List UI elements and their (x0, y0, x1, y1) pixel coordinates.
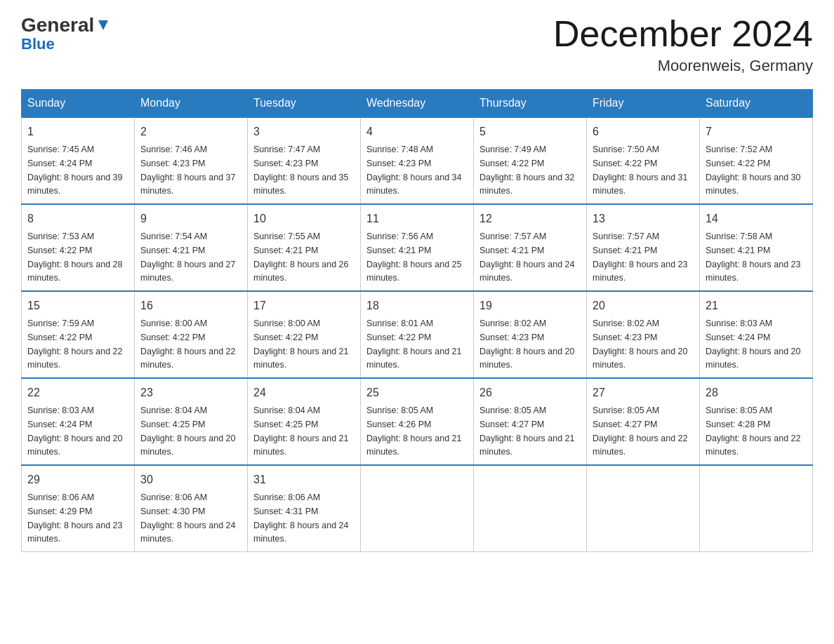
calendar-cell: 1 Sunrise: 7:45 AMSunset: 4:24 PMDayligh… (22, 117, 135, 204)
day-info: Sunrise: 8:03 AMSunset: 4:24 PMDaylight:… (27, 405, 123, 457)
day-info: Sunrise: 7:55 AMSunset: 4:21 PMDaylight:… (253, 232, 349, 283)
calendar-cell (700, 465, 813, 552)
calendar-cell: 26 Sunrise: 8:05 AMSunset: 4:27 PMDaylig… (474, 378, 587, 465)
day-number: 10 (253, 210, 355, 227)
day-number: 24 (253, 384, 355, 401)
day-info: Sunrise: 7:57 AMSunset: 4:21 PMDaylight:… (593, 232, 688, 283)
calendar-cell: 19 Sunrise: 8:02 AMSunset: 4:23 PMDaylig… (474, 291, 587, 378)
day-info: Sunrise: 8:00 AMSunset: 4:22 PMDaylight:… (253, 318, 349, 370)
day-number: 15 (27, 297, 128, 314)
week-row-2: 8 Sunrise: 7:53 AMSunset: 4:22 PMDayligh… (22, 204, 813, 291)
day-info: Sunrise: 7:57 AMSunset: 4:21 PMDaylight:… (479, 232, 575, 283)
day-info: Sunrise: 8:06 AMSunset: 4:31 PMDaylight:… (253, 492, 349, 544)
day-number: 21 (706, 297, 807, 314)
day-info: Sunrise: 8:05 AMSunset: 4:28 PMDaylight:… (706, 405, 801, 457)
calendar-cell: 21 Sunrise: 8:03 AMSunset: 4:24 PMDaylig… (700, 291, 813, 378)
calendar-table: SundayMondayTuesdayWednesdayThursdayFrid… (21, 89, 813, 552)
day-info: Sunrise: 7:45 AMSunset: 4:24 PMDaylight:… (27, 145, 123, 196)
day-info: Sunrise: 7:59 AMSunset: 4:22 PMDaylight:… (27, 318, 123, 370)
calendar-cell (587, 465, 700, 552)
svg-marker-0 (98, 20, 108, 30)
day-number: 27 (593, 384, 694, 401)
logo-general: General (21, 14, 94, 36)
day-number: 3 (253, 123, 355, 140)
calendar-cell: 28 Sunrise: 8:05 AMSunset: 4:28 PMDaylig… (700, 378, 813, 465)
day-info: Sunrise: 7:54 AMSunset: 4:21 PMDaylight:… (140, 232, 236, 283)
calendar-cell: 22 Sunrise: 8:03 AMSunset: 4:24 PMDaylig… (22, 378, 135, 465)
day-info: Sunrise: 8:00 AMSunset: 4:22 PMDaylight:… (140, 318, 236, 370)
day-info: Sunrise: 8:03 AMSunset: 4:24 PMDaylight:… (706, 318, 801, 370)
day-info: Sunrise: 7:53 AMSunset: 4:22 PMDaylight:… (27, 232, 123, 283)
day-info: Sunrise: 7:46 AMSunset: 4:23 PMDaylight:… (140, 145, 236, 196)
day-number: 7 (706, 123, 807, 140)
calendar-cell: 17 Sunrise: 8:00 AMSunset: 4:22 PMDaylig… (248, 291, 361, 378)
day-info: Sunrise: 8:04 AMSunset: 4:25 PMDaylight:… (253, 405, 349, 457)
calendar-cell: 2 Sunrise: 7:46 AMSunset: 4:23 PMDayligh… (135, 117, 248, 204)
location-title: Moorenweis, Germany (553, 57, 813, 75)
day-number: 11 (366, 210, 468, 227)
calendar-cell: 3 Sunrise: 7:47 AMSunset: 4:23 PMDayligh… (248, 117, 361, 204)
day-number: 5 (479, 123, 581, 140)
logo: General Blue (21, 14, 111, 53)
day-info: Sunrise: 7:58 AMSunset: 4:21 PMDaylight:… (706, 232, 801, 283)
calendar-cell: 5 Sunrise: 7:49 AMSunset: 4:22 PMDayligh… (474, 117, 587, 204)
calendar-cell: 31 Sunrise: 8:06 AMSunset: 4:31 PMDaylig… (248, 465, 361, 552)
calendar-cell: 16 Sunrise: 8:00 AMSunset: 4:22 PMDaylig… (135, 291, 248, 378)
calendar-cell: 4 Sunrise: 7:48 AMSunset: 4:23 PMDayligh… (361, 117, 474, 204)
day-number: 17 (253, 297, 355, 314)
day-info: Sunrise: 8:02 AMSunset: 4:23 PMDaylight:… (593, 318, 688, 370)
day-info: Sunrise: 7:48 AMSunset: 4:23 PMDaylight:… (366, 145, 462, 196)
month-title: December 2024 (553, 14, 813, 54)
day-number: 16 (140, 297, 241, 314)
calendar-cell: 9 Sunrise: 7:54 AMSunset: 4:21 PMDayligh… (135, 204, 248, 291)
day-number: 8 (27, 210, 128, 227)
day-number: 18 (366, 297, 468, 314)
week-row-5: 29 Sunrise: 8:06 AMSunset: 4:29 PMDaylig… (22, 465, 813, 552)
calendar-cell: 29 Sunrise: 8:06 AMSunset: 4:29 PMDaylig… (22, 465, 135, 552)
day-number: 12 (479, 210, 581, 227)
day-number: 1 (27, 123, 128, 140)
calendar-cell: 12 Sunrise: 7:57 AMSunset: 4:21 PMDaylig… (474, 204, 587, 291)
day-number: 4 (366, 123, 468, 140)
logo-blue: Blue (21, 35, 55, 53)
calendar-cell: 6 Sunrise: 7:50 AMSunset: 4:22 PMDayligh… (587, 117, 700, 204)
calendar-cell: 7 Sunrise: 7:52 AMSunset: 4:22 PMDayligh… (700, 117, 813, 204)
calendar-cell: 10 Sunrise: 7:55 AMSunset: 4:21 PMDaylig… (248, 204, 361, 291)
logo-triangle-icon (95, 18, 111, 33)
week-row-3: 15 Sunrise: 7:59 AMSunset: 4:22 PMDaylig… (22, 291, 813, 378)
weekday-header-tuesday: Tuesday (248, 90, 361, 118)
calendar-cell: 18 Sunrise: 8:01 AMSunset: 4:22 PMDaylig… (361, 291, 474, 378)
weekday-header-friday: Friday (587, 90, 700, 118)
day-info: Sunrise: 8:06 AMSunset: 4:29 PMDaylight:… (27, 492, 123, 544)
day-number: 28 (706, 384, 807, 401)
day-number: 14 (706, 210, 807, 227)
weekday-header-row: SundayMondayTuesdayWednesdayThursdayFrid… (22, 90, 813, 118)
day-number: 20 (593, 297, 694, 314)
day-number: 23 (140, 384, 241, 401)
calendar-cell: 8 Sunrise: 7:53 AMSunset: 4:22 PMDayligh… (22, 204, 135, 291)
day-number: 25 (366, 384, 468, 401)
day-number: 31 (253, 471, 355, 488)
day-info: Sunrise: 7:50 AMSunset: 4:22 PMDaylight:… (593, 145, 688, 196)
weekday-header-thursday: Thursday (474, 90, 587, 118)
day-info: Sunrise: 8:06 AMSunset: 4:30 PMDaylight:… (140, 492, 236, 544)
day-number: 30 (140, 471, 241, 488)
page-header: General Blue December 2024 Moorenweis, G… (21, 14, 813, 75)
day-info: Sunrise: 7:56 AMSunset: 4:21 PMDaylight:… (366, 232, 462, 283)
day-info: Sunrise: 7:47 AMSunset: 4:23 PMDaylight:… (253, 145, 349, 196)
day-info: Sunrise: 8:01 AMSunset: 4:22 PMDaylight:… (366, 318, 462, 370)
calendar-cell: 27 Sunrise: 8:05 AMSunset: 4:27 PMDaylig… (587, 378, 700, 465)
title-area: December 2024 Moorenweis, Germany (553, 14, 813, 75)
day-info: Sunrise: 7:52 AMSunset: 4:22 PMDaylight:… (706, 145, 801, 196)
calendar-cell: 25 Sunrise: 8:05 AMSunset: 4:26 PMDaylig… (361, 378, 474, 465)
day-number: 9 (140, 210, 241, 227)
calendar-cell (474, 465, 587, 552)
day-number: 22 (27, 384, 128, 401)
day-info: Sunrise: 7:49 AMSunset: 4:22 PMDaylight:… (479, 145, 575, 196)
day-info: Sunrise: 8:05 AMSunset: 4:27 PMDaylight:… (593, 405, 688, 457)
day-number: 6 (593, 123, 694, 140)
weekday-header-sunday: Sunday (22, 90, 135, 118)
day-info: Sunrise: 8:05 AMSunset: 4:26 PMDaylight:… (366, 405, 462, 457)
calendar-cell: 20 Sunrise: 8:02 AMSunset: 4:23 PMDaylig… (587, 291, 700, 378)
calendar-cell: 15 Sunrise: 7:59 AMSunset: 4:22 PMDaylig… (22, 291, 135, 378)
